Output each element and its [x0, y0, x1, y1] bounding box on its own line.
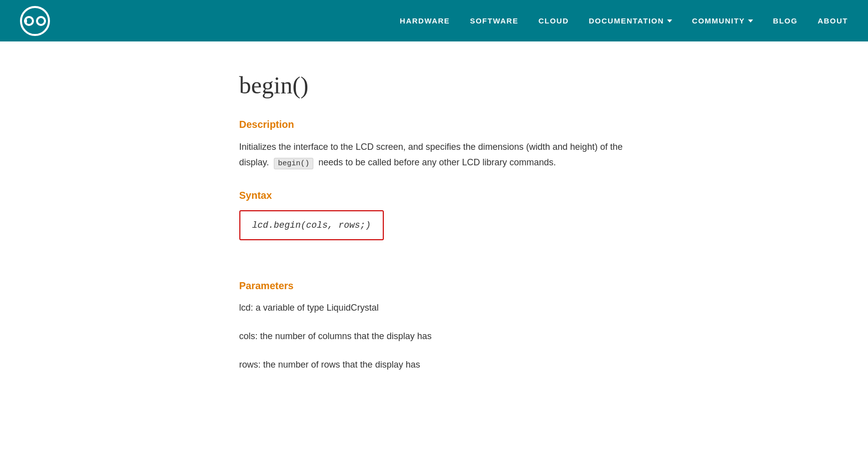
- nav-link-blog[interactable]: BLOG: [773, 16, 798, 25]
- nav-item-community[interactable]: COMMUNITY: [692, 16, 753, 25]
- chevron-down-icon-community: [748, 19, 753, 22]
- main-content: begin() Description Initializes the inte…: [159, 41, 709, 416]
- param-rows: rows: the number of rows that the displa…: [239, 358, 629, 372]
- nav-item-cloud[interactable]: CLOUD: [538, 16, 569, 25]
- nav-item-blog[interactable]: BLOG: [773, 16, 798, 25]
- syntax-italic: lcd: [252, 220, 268, 230]
- nav-link-software[interactable]: SOFTWARE: [470, 16, 518, 25]
- nav-item-documentation[interactable]: DOCUMENTATION: [589, 16, 672, 25]
- inline-code-begin: begin(): [274, 158, 313, 169]
- syntax-code: lcd.begin(cols, rows;): [252, 220, 371, 230]
- description-text-after: needs to be called before any other LCD …: [318, 157, 556, 167]
- nav-link-hardware[interactable]: HARDWARE: [400, 16, 450, 25]
- parameters-heading: Parameters: [239, 280, 629, 292]
- page-title: begin(): [239, 71, 629, 99]
- description-section: Description Initializes the interface to…: [239, 119, 629, 170]
- nav-item-software[interactable]: SOFTWARE: [470, 16, 518, 25]
- nav-item-about[interactable]: ABOUT: [818, 16, 848, 25]
- logo[interactable]: [20, 6, 50, 36]
- parameters-section: Parameters lcd: a variable of type Liqui…: [239, 280, 629, 372]
- navbar: HARDWARE SOFTWARE CLOUD DOCUMENTATION CO…: [0, 0, 868, 41]
- syntax-box: lcd.begin(cols, rows;): [239, 210, 384, 240]
- chevron-down-icon: [667, 19, 672, 22]
- description-text: Initializes the interface to the LCD scr…: [239, 139, 629, 170]
- nav-link-cloud[interactable]: CLOUD: [538, 16, 569, 25]
- syntax-rest: .begin(cols, rows;): [268, 220, 371, 230]
- description-heading: Description: [239, 119, 629, 130]
- nav-links: HARDWARE SOFTWARE CLOUD DOCUMENTATION CO…: [400, 16, 848, 25]
- nav-item-hardware[interactable]: HARDWARE: [400, 16, 450, 25]
- syntax-heading: Syntax: [239, 190, 629, 201]
- nav-link-community[interactable]: COMMUNITY: [692, 16, 753, 25]
- param-cols: cols: the number of columns that the dis…: [239, 329, 629, 344]
- nav-link-documentation[interactable]: DOCUMENTATION: [589, 16, 672, 25]
- param-lcd: lcd: a variable of type LiquidCrystal: [239, 301, 629, 315]
- syntax-section: Syntax lcd.begin(cols, rows;): [239, 190, 629, 260]
- nav-link-about[interactable]: ABOUT: [818, 16, 848, 25]
